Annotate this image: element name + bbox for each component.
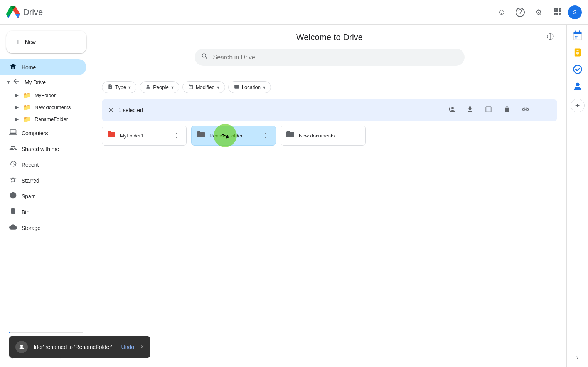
sidebar-sub-item-renamefolder[interactable]: ▶ 📁 RenameFolder: [0, 113, 86, 125]
support-icon-btn[interactable]: ☺: [494, 5, 509, 20]
delete-action-btn[interactable]: [500, 103, 514, 117]
new-button[interactable]: + New: [6, 31, 86, 53]
snackbar: lder' renamed to 'RenameFolder' Undo ×: [9, 336, 150, 358]
sidebar-sub-item-new-documents[interactable]: ▶ 📁 New documents: [0, 101, 86, 113]
new-plus-icon: +: [15, 37, 20, 47]
sidebar-item-starred[interactable]: Starred: [0, 173, 86, 188]
apps-icon-btn[interactable]: [549, 5, 565, 20]
sidebar-item-my-drive[interactable]: ▼ My Drive: [0, 75, 86, 89]
myfolder1-arrow-icon: ▶: [15, 93, 19, 98]
tasks-app-btn[interactable]: [570, 62, 585, 77]
sidebar-sub-item-myfolder1[interactable]: ▶ 📁 MyFolder1: [0, 89, 86, 101]
settings-icon: ⚙: [535, 8, 542, 17]
app-title: Drive: [23, 7, 43, 17]
snackbar-avatar: [15, 341, 28, 353]
file-item-renamefolder[interactable]: RenameFolder ⋮ ↩: [191, 126, 276, 146]
filter-location-label: Location: [242, 84, 261, 90]
file-item-new-documents[interactable]: New documents ⋮: [281, 126, 366, 146]
sidebar-item-bin[interactable]: Bin: [0, 204, 86, 220]
bottom-right-arrow-btn[interactable]: ›: [576, 354, 578, 361]
share-person-icon: [448, 106, 455, 115]
sidebar-item-recent[interactable]: Recent: [0, 157, 86, 173]
preview-action-btn[interactable]: [482, 103, 495, 117]
my-drive-label: My Drive: [25, 79, 46, 85]
svg-rect-6: [554, 13, 556, 15]
bottom-expand-area: ›: [576, 354, 578, 364]
snackbar-undo-btn[interactable]: Undo: [121, 344, 134, 350]
svg-rect-5: [559, 10, 561, 12]
sidebar-item-home[interactable]: Home: [0, 59, 86, 75]
myfolder1-icon: 📁: [23, 92, 31, 99]
new-documents-menu-btn[interactable]: ⋮: [350, 130, 361, 141]
user-avatar-btn[interactable]: S: [568, 5, 582, 19]
apps-grid-icon: [553, 7, 561, 17]
more-action-btn[interactable]: ⋮: [537, 103, 551, 117]
download-action-btn[interactable]: [463, 103, 477, 117]
trash-icon: [503, 106, 511, 115]
recent-icon: [9, 160, 17, 169]
svg-rect-13: [575, 36, 577, 37]
filter-people-label: People: [153, 84, 168, 90]
support-icon: ☺: [498, 8, 505, 17]
filter-modified-label: Modified: [196, 84, 215, 90]
location-chevron-icon: ▾: [263, 85, 265, 90]
modified-chip-icon: [188, 84, 194, 90]
storage-bar-fill: [9, 332, 10, 333]
renamefolder-arrow-icon: ▶: [15, 117, 19, 122]
help-icon-btn[interactable]: ?: [512, 5, 528, 20]
new-documents-arrow-icon: ▶: [15, 105, 19, 110]
welcome-title: Welcome to Drive: [296, 32, 363, 42]
new-documents-file-icon: [286, 130, 295, 141]
files-grid: MyFolder1 ⋮ RenameFolder ⋮ ↩: [102, 126, 557, 146]
sidebar-item-home-label: Home: [22, 64, 36, 70]
share-action-btn[interactable]: [445, 103, 458, 117]
sidebar-item-spam[interactable]: Spam: [0, 188, 86, 204]
selection-close-btn[interactable]: ✕: [108, 106, 114, 114]
more-vertical-icon: ⋮: [541, 106, 548, 114]
myfolder1-menu-btn[interactable]: ⋮: [171, 130, 182, 141]
calendar-app-btn[interactable]: [570, 28, 585, 43]
close-icon: ✕: [108, 106, 114, 114]
svg-rect-2: [559, 8, 561, 10]
computers-icon: [9, 128, 17, 138]
people-chip-icon: [145, 84, 151, 90]
svg-rect-15: [575, 37, 577, 38]
filter-type-btn[interactable]: Type ▾: [102, 81, 136, 93]
renamefolder-icon: 📁: [23, 116, 31, 123]
svg-rect-18: [576, 50, 578, 51]
svg-point-21: [20, 345, 23, 347]
right-app-panel: + ›: [566, 25, 588, 367]
type-chevron-icon: ▾: [128, 85, 131, 90]
storage-bar-background: [9, 332, 83, 333]
filter-people-btn[interactable]: People ▾: [140, 81, 179, 93]
svg-rect-0: [554, 8, 556, 10]
snackbar-close-btn[interactable]: ×: [140, 344, 144, 350]
info-icon-btn[interactable]: ⓘ: [543, 30, 557, 44]
modified-chevron-icon: ▾: [217, 85, 219, 90]
search-input[interactable]: [213, 54, 458, 61]
search-icon: [201, 52, 209, 62]
svg-rect-3: [554, 10, 556, 12]
sidebar-item-shared[interactable]: Shared with me: [0, 141, 86, 157]
new-button-label: New: [25, 39, 36, 45]
sidebar-item-computers[interactable]: Computers: [0, 125, 86, 141]
filter-location-btn[interactable]: Location ▾: [228, 81, 271, 93]
myfolder1-file-icon: [107, 130, 116, 141]
copy-link-action-btn[interactable]: [519, 103, 532, 117]
people-chevron-icon: ▾: [171, 85, 174, 90]
myfolder1-label: MyFolder1: [35, 92, 58, 98]
file-item-myfolder1[interactable]: MyFolder1 ⋮: [102, 126, 187, 146]
svg-rect-1: [556, 8, 558, 10]
keep-app-btn[interactable]: [570, 45, 585, 60]
renamefolder-menu-btn[interactable]: ⋮: [260, 130, 271, 141]
location-chip-icon: [234, 84, 239, 90]
filter-modified-btn[interactable]: Modified ▾: [182, 81, 225, 93]
svg-rect-4: [556, 10, 558, 12]
settings-icon-btn[interactable]: ⚙: [531, 5, 546, 20]
sidebar-item-storage[interactable]: Storage: [0, 220, 86, 236]
add-app-btn[interactable]: +: [571, 99, 585, 112]
type-chip-icon: [108, 84, 113, 90]
spam-icon: [9, 191, 17, 201]
sidebar-item-recent-label: Recent: [22, 162, 39, 168]
contacts-app-btn[interactable]: [570, 79, 585, 94]
